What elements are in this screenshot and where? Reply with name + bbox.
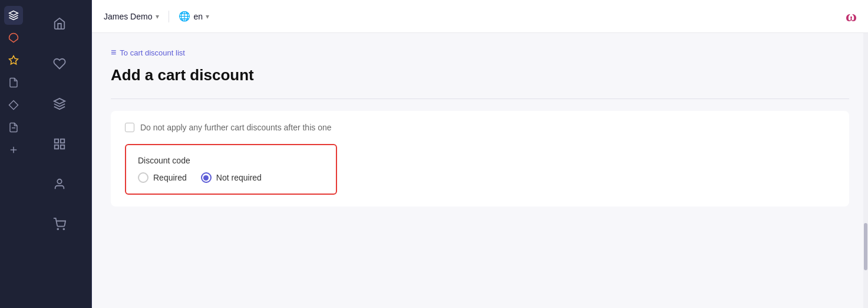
- page-title: Add a cart discount: [111, 66, 849, 84]
- svg-rect-8: [54, 145, 58, 149]
- icon-bar: [0, 0, 27, 308]
- icon-bar-star[interactable]: [4, 51, 23, 70]
- discount-code-box: Discount code Required Not required: [125, 144, 337, 195]
- radio-required-label: Required: [153, 173, 187, 182]
- radio-group: Required Not required: [138, 172, 324, 183]
- svg-rect-5: [54, 139, 58, 143]
- list-icon: ≡: [111, 47, 116, 58]
- workspace-selector[interactable]: James Demo ▾: [104, 12, 159, 21]
- radio-required-circle: [138, 172, 148, 183]
- language-chevron-icon: ▾: [206, 12, 209, 21]
- radio-option-required[interactable]: Required: [138, 172, 187, 183]
- sidebar-item-cart[interactable]: [36, 207, 83, 242]
- icon-bar-doc1[interactable]: [4, 73, 23, 92]
- icon-bar-doc2[interactable]: [4, 118, 23, 137]
- language-code: en: [193, 12, 203, 21]
- radio-not-required-label: Not required: [216, 173, 262, 182]
- discount-code-label: Discount code: [138, 156, 324, 165]
- title-divider: [111, 99, 849, 99]
- sidebar-item-home[interactable]: [36, 6, 83, 41]
- page-scrollbar[interactable]: [863, 33, 868, 308]
- sidebar: [27, 0, 92, 308]
- workspace-name: James Demo: [104, 12, 152, 21]
- svg-point-9: [57, 179, 61, 184]
- language-selector[interactable]: 🌐 en ▾: [179, 11, 209, 22]
- icon-bar-logo[interactable]: [4, 6, 23, 25]
- breadcrumb[interactable]: ≡ To cart discount list: [111, 47, 849, 58]
- svg-point-10: [57, 228, 58, 230]
- no-further-discounts-checkbox[interactable]: [125, 123, 134, 132]
- sidebar-item-cloud[interactable]: [36, 46, 83, 81]
- checkbox-row: Do not apply any further cart discounts …: [125, 123, 835, 132]
- svg-point-11: [63, 228, 64, 230]
- svg-rect-7: [60, 145, 64, 149]
- radio-not-required-circle: [201, 172, 212, 183]
- svg-marker-1: [9, 101, 18, 110]
- sidebar-item-cube[interactable]: [36, 86, 83, 122]
- globe-icon: 🌐: [179, 11, 190, 22]
- main-area: James Demo ▾ 🌐 en ▾ ω ≡ To cart discount…: [92, 0, 868, 308]
- scrollbar-thumb: [864, 223, 867, 270]
- workspace-chevron-icon: ▾: [156, 12, 159, 21]
- icon-bar-plus[interactable]: [4, 140, 23, 159]
- header-divider: [169, 11, 169, 22]
- breadcrumb-text: To cart discount list: [120, 48, 185, 57]
- icon-bar-paint[interactable]: [4, 28, 23, 47]
- checkbox-label: Do not apply any further cart discounts …: [140, 123, 332, 132]
- svg-marker-0: [9, 56, 18, 64]
- section-card: Do not apply any further cart discounts …: [111, 111, 849, 207]
- content-area: ≡ To cart discount list Add a cart disco…: [92, 33, 868, 308]
- header-logo: ω: [846, 8, 856, 25]
- icon-bar-diamond[interactable]: [4, 96, 23, 114]
- sidebar-item-person[interactable]: [36, 166, 83, 202]
- header: James Demo ▾ 🌐 en ▾ ω: [92, 0, 868, 33]
- radio-option-not-required[interactable]: Not required: [201, 172, 262, 183]
- svg-rect-6: [60, 139, 64, 143]
- sidebar-item-workflow[interactable]: [36, 126, 83, 162]
